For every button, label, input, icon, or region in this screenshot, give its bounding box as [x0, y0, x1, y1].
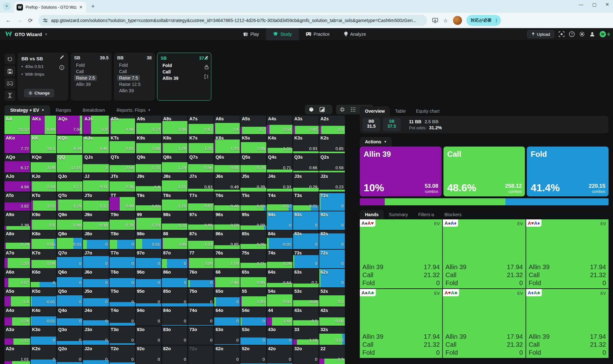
- upload-button[interactable]: Upload: [527, 30, 554, 38]
- cell-Q4s[interactable]: Q4s0.71: [267, 154, 292, 172]
- cell-Q2o[interactable]: Q2o0: [57, 345, 82, 364]
- cell-A2s[interactable]: A2s2.3: [319, 116, 345, 134]
- cell-A6o[interactable]: A6o1.07: [4, 269, 30, 287]
- cell-J7s[interactable]: J7s0.83: [188, 173, 214, 192]
- cell-A2o[interactable]: A2o1.01: [4, 345, 30, 364]
- cell-86s[interactable]: 86s0.85: [214, 231, 240, 249]
- tab-table[interactable]: Table: [390, 106, 411, 116]
- cell-43o[interactable]: 43o0: [267, 326, 292, 345]
- collapse-icon[interactable]: [340, 107, 345, 112]
- cell-Q4o[interactable]: Q4o0: [57, 307, 82, 326]
- cell-Q3o[interactable]: Q3o0: [57, 326, 82, 345]
- brand[interactable]: GTO Wizard ▼: [5, 31, 63, 37]
- url-input[interactable]: app.gtowizard.com/solutions?solution_typ…: [38, 15, 427, 26]
- cell-K9s[interactable]: K9s1.88: [136, 135, 161, 153]
- cell-98s[interactable]: 98s1.21: [162, 211, 187, 230]
- nav-item-analyze[interactable]: Analyze: [337, 28, 373, 40]
- cell-85o[interactable]: 85o0: [162, 288, 187, 307]
- cell-33[interactable]: 331.16: [293, 326, 319, 345]
- cell-88[interactable]: 883.99: [162, 231, 187, 249]
- cell-K6s[interactable]: K6s1.19: [214, 135, 240, 153]
- cell-A7o[interactable]: A7o1.33: [4, 250, 30, 268]
- cell-A6s[interactable]: A6s2.4: [214, 116, 240, 134]
- cell-J8o[interactable]: J8o0: [83, 231, 109, 249]
- sidebar-reset-icon[interactable]: [4, 54, 15, 64]
- cell-T5s[interactable]: T5s0.03: [240, 192, 266, 211]
- action-card-allin-39[interactable]: Allin 3910%53.08combos: [360, 147, 442, 196]
- sb-stack-chip[interactable]: SB 37.5: [383, 118, 401, 131]
- cell-QJs[interactable]: QJs3: [83, 154, 109, 172]
- cell-76s[interactable]: 76s1.09: [214, 250, 240, 268]
- notification-pill[interactable]: 対応が必要 ⋮: [466, 15, 501, 26]
- cell-JTo[interactable]: JTo1.12: [83, 192, 109, 211]
- cell-KJs[interactable]: KJs3.46: [83, 135, 109, 153]
- tab-equity-chart[interactable]: Equity chart: [411, 106, 445, 116]
- cell-86o[interactable]: 86o0: [162, 269, 187, 287]
- cell-74o[interactable]: 74o0: [188, 307, 214, 326]
- cell-94o[interactable]: 94o0: [136, 307, 161, 326]
- cell-Q7o[interactable]: Q7o0: [57, 250, 82, 268]
- tab-hands[interactable]: Hands: [360, 210, 384, 219]
- cell-65o[interactable]: 65o0: [214, 288, 240, 307]
- action-option-raise-12-5[interactable]: Raise 12.5: [117, 81, 142, 87]
- cell-T2o[interactable]: T2o0: [110, 345, 135, 364]
- cell-84o[interactable]: 84o0: [162, 307, 187, 326]
- cell-J4s[interactable]: J4s0.33: [267, 173, 292, 192]
- tab-summary[interactable]: Summary: [384, 210, 413, 219]
- action-card-call[interactable]: Call48.6%258.12combos: [443, 147, 525, 196]
- account-icon[interactable]: [589, 31, 595, 37]
- cell-J5o[interactable]: J5o0: [83, 288, 109, 307]
- cell-J3s[interactable]: J3s0.29: [293, 173, 319, 192]
- cell-T3s[interactable]: T3s0.01: [293, 192, 319, 211]
- nav-item-practice[interactable]: Practice: [299, 28, 337, 40]
- cell-T3o[interactable]: T3o0: [110, 326, 135, 345]
- cell-65s[interactable]: 65s0.99: [240, 269, 266, 287]
- cell-94s[interactable]: 94s0: [267, 211, 292, 230]
- cell-K7s[interactable]: K7s1.25: [188, 135, 214, 153]
- cell-AJo[interactable]: AJo4.94: [4, 173, 30, 192]
- cell-K4s[interactable]: K4s1.01: [267, 135, 292, 153]
- cell-Q9s[interactable]: Q9s1.71: [136, 154, 161, 172]
- cell-87o[interactable]: 87o0: [162, 250, 187, 268]
- cell-AA[interactable]: AA21.32: [4, 116, 30, 134]
- cell-K7o[interactable]: K7o0.04: [31, 250, 56, 268]
- more-menu-icon[interactable]: ⋮: [494, 18, 498, 23]
- cell-93o[interactable]: 93o0: [136, 326, 161, 345]
- hand-combo-card[interactable]: A♠A♣EVAllin 3917.94Call21.32Fold0: [360, 289, 442, 358]
- install-icon[interactable]: [432, 18, 438, 23]
- tab-close-icon[interactable]: ✕: [79, 5, 83, 10]
- sidebar-expand-icon[interactable]: [4, 90, 15, 101]
- sidebar-save-icon[interactable]: [4, 66, 15, 77]
- cell-AQs[interactable]: AQs7.04: [57, 116, 82, 134]
- hand-combo-card[interactable]: A♠A♥EVAllin 3917.94Call21.32Fold0: [360, 219, 442, 288]
- cell-32o[interactable]: 32o0: [293, 345, 319, 364]
- tab-filters[interactable]: Filters ⧉: [413, 210, 439, 219]
- tab-breakdown[interactable]: Breakdown: [77, 105, 111, 115]
- action-option-raise-2-5[interactable]: Raise 2.5: [74, 75, 97, 81]
- cell-KTo[interactable]: KTo1.51: [31, 192, 56, 211]
- tab-reports-flops[interactable]: Reports: Flops▼: [111, 105, 156, 115]
- cell-A5s[interactable]: A5s2.7: [240, 116, 266, 134]
- back-icon[interactable]: ←: [6, 17, 11, 24]
- browser-tab[interactable]: W Preflop - Solutions - GTO Wizar ✕: [14, 2, 86, 13]
- dotgrid-icon[interactable]: [351, 107, 356, 112]
- node-card-bb-38[interactable]: BB38FoldCallRaise 7.5Raise 12.5Allin 39: [114, 53, 155, 101]
- action-option-fold[interactable]: Fold: [161, 63, 174, 68]
- cell-32s[interactable]: 32s0.02: [319, 326, 345, 345]
- new-tab-button[interactable]: +: [91, 3, 95, 10]
- cell-QTo[interactable]: QTo1.29: [57, 192, 82, 211]
- cell-52o[interactable]: 52o0: [240, 345, 266, 364]
- cell-T6s[interactable]: T6s0.46: [214, 192, 240, 211]
- cell-J2o[interactable]: J2o0: [83, 345, 109, 364]
- cell-Q5o[interactable]: Q5o0: [57, 288, 82, 307]
- node-card-sb-39.5[interactable]: SB39.5FoldCallRaise 2.5Allin 39: [71, 53, 112, 101]
- cell-Q9o[interactable]: Q9o0.48: [57, 211, 82, 230]
- reload-icon[interactable]: ⟳: [28, 17, 33, 24]
- cell-95o[interactable]: 95o0: [136, 288, 161, 307]
- cell-JJ[interactable]: JJ9.11: [83, 173, 109, 192]
- screenshot-icon[interactable]: [559, 31, 564, 37]
- cell-K3s[interactable]: K3s0.93: [293, 135, 319, 153]
- action-option-allin-39[interactable]: Allin 39: [74, 81, 93, 87]
- cell-87s[interactable]: 87s1.13: [188, 231, 214, 249]
- cell-T6o[interactable]: T6o0: [110, 269, 135, 287]
